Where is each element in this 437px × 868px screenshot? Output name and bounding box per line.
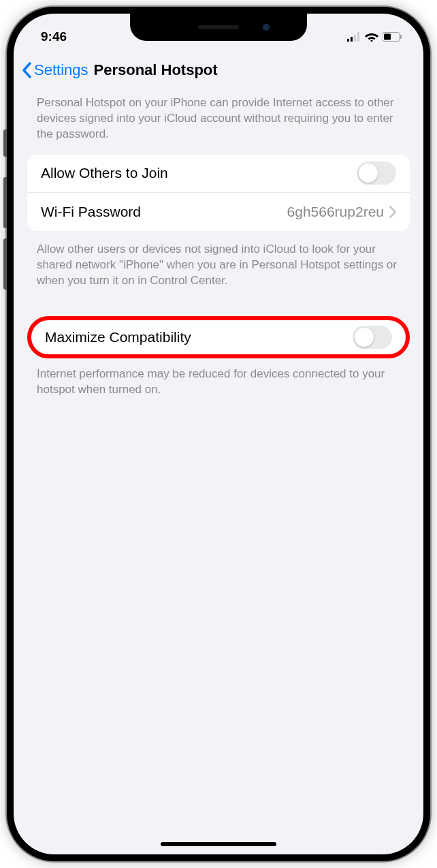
compatibility-description: Internet performance may be reduced for …: [27, 361, 410, 405]
allow-others-toggle[interactable]: [357, 161, 396, 185]
settings-group-1: Allow Others to Join Wi-Fi Password 6gh5…: [27, 155, 410, 231]
allow-others-label: Allow Others to Join: [41, 165, 168, 181]
content: Personal Hotspot on your iPhone can prov…: [14, 90, 423, 405]
front-camera: [263, 24, 270, 31]
svg-rect-1: [351, 37, 353, 42]
speaker: [198, 25, 239, 29]
nav-bar: Settings Personal Hotspot: [14, 50, 423, 90]
back-button[interactable]: Settings: [22, 61, 88, 79]
svg-rect-7: [400, 35, 402, 39]
svg-rect-6: [384, 34, 391, 40]
screen: 9:46: [14, 14, 423, 854]
wifi-password-label: Wi-Fi Password: [41, 204, 141, 220]
maximize-compatibility-label: Maximize Compatibility: [45, 329, 191, 345]
chevron-right-icon: [389, 206, 396, 218]
svg-rect-2: [354, 35, 356, 42]
svg-point-4: [371, 40, 373, 42]
allow-others-row[interactable]: Allow Others to Join: [27, 155, 410, 193]
status-right: [347, 32, 403, 42]
maximize-compatibility-toggle[interactable]: [353, 326, 392, 349]
notch: [130, 14, 307, 41]
svg-rect-0: [347, 39, 349, 42]
back-label: Settings: [34, 61, 88, 79]
allow-others-description: Allow other users or devices not signed …: [27, 236, 410, 296]
status-time: 9:46: [41, 29, 67, 44]
wifi-password-value: 6gh566rup2reu: [287, 204, 384, 220]
svg-rect-3: [357, 32, 359, 42]
home-indicator[interactable]: [161, 842, 276, 846]
battery-icon: [383, 32, 403, 42]
wifi-icon: [365, 32, 378, 42]
maximize-compatibility-highlight: Maximize Compatibility: [27, 316, 410, 358]
wifi-password-row[interactable]: Wi-Fi Password 6gh566rup2reu: [27, 193, 410, 231]
chevron-left-icon: [22, 62, 31, 78]
intro-description: Personal Hotspot on your iPhone can prov…: [27, 90, 410, 149]
cellular-icon: [347, 32, 361, 42]
device-frame: 9:46: [7, 7, 430, 861]
page-title: Personal Hotspot: [94, 61, 218, 79]
maximize-compatibility-row[interactable]: Maximize Compatibility: [31, 320, 406, 354]
